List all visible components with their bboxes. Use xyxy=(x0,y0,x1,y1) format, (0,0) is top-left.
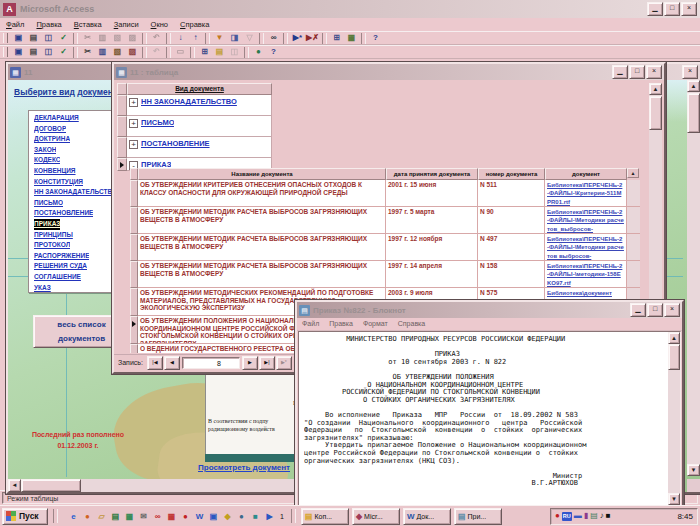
copy-icon[interactable]: ▥ xyxy=(95,46,110,58)
print-preview-icon[interactable]: ◫ xyxy=(41,32,56,44)
cut-icon[interactable]: ✂ xyxy=(80,46,95,58)
document-name-cell[interactable]: ОБ УТВЕРЖДЕНИИ МЕТОДИК РАСЧЕТА ВЫБРОСОВ … xyxy=(138,207,386,234)
table-row[interactable]: + ПОСТАНОВЛЕНИЕ xyxy=(117,137,272,158)
document-date-cell[interactable]: 1997 г. 12 ноября xyxy=(386,234,478,261)
document-link-cell[interactable]: Библиотека\ПЕРЕЧЕНЬ-2-ФАЙЛЫ-\Методики ра… xyxy=(545,207,627,234)
document-type-link[interactable]: ДЕКЛАРАЦИЯ xyxy=(34,113,79,124)
sub-scrollbar[interactable] xyxy=(627,234,640,261)
delete-record-icon[interactable]: ▶✗ xyxy=(305,32,320,44)
save-icon[interactable]: ▣ xyxy=(11,32,26,44)
task-word-doc[interactable]: W Док... xyxy=(403,508,451,525)
next-record-button[interactable]: ▶ xyxy=(242,356,258,370)
database-window-icon[interactable]: ⊞ xyxy=(197,46,212,58)
document-name-cell[interactable]: ОБ УТВЕРЖДЕНИИ МЕТОДИК РАСЧЕТА ВЫБРОСОВ … xyxy=(138,261,386,288)
notepad-document-text[interactable]: МИНИСТЕРСТВО ПРИРОДНЫХ РЕСУРСОВ РОССИЙСК… xyxy=(304,336,664,505)
row-selector[interactable] xyxy=(130,180,138,207)
ql-word-icon[interactable]: W xyxy=(193,510,206,523)
notepad-minimize-button[interactable]: ▁ xyxy=(630,303,646,317)
row-selector[interactable] xyxy=(130,344,138,353)
first-record-button[interactable]: |◀ xyxy=(147,356,163,370)
record-number-input[interactable]: 8 xyxy=(182,357,240,369)
row-selector[interactable] xyxy=(130,288,138,316)
row-selector[interactable] xyxy=(117,158,127,171)
document-link-cell[interactable]: Библиотека\ПЕРЕЧЕНЬ-2-ФАЙЛЫ-\Методики ра… xyxy=(545,234,627,261)
row-selector[interactable] xyxy=(117,95,127,116)
format-painter-icon[interactable]: ▨ xyxy=(125,46,140,58)
document-type-link[interactable]: СОГЛАШЕНИЕ xyxy=(34,272,81,283)
toolbar-button[interactable] xyxy=(322,33,327,44)
last-record-button[interactable]: ▶| xyxy=(259,356,275,370)
view-document-link[interactable]: Просмотреть документ xyxy=(198,463,290,472)
column-header-date[interactable]: дата принятия документа xyxy=(386,168,478,180)
ql-red-ball-icon[interactable]: ● xyxy=(179,510,192,523)
print-preview-icon[interactable]: ◫ xyxy=(41,46,56,58)
scroll-thumb[interactable] xyxy=(668,344,680,370)
document-type-link[interactable]: ПРИКАЗ xyxy=(34,219,60,230)
sort-descending-icon[interactable]: ↑ xyxy=(188,32,203,44)
sub-scroll-up-icon[interactable]: ▲ xyxy=(627,168,639,178)
datasheet-corner[interactable] xyxy=(117,83,127,95)
ql-folders-icon[interactable]: ▱ xyxy=(95,510,108,523)
paste-icon[interactable]: ▧ xyxy=(110,46,125,58)
toolbar-button[interactable] xyxy=(142,33,147,44)
ql-notes-icon[interactable]: ◆ xyxy=(221,510,234,523)
filter-by-form-icon[interactable]: ◨ xyxy=(227,32,242,44)
ql-disk-icon[interactable]: ▣ xyxy=(207,510,220,523)
datasheet-maximize-button[interactable]: □ xyxy=(629,65,645,79)
language-indicator[interactable]: RU xyxy=(562,512,572,521)
ql-grid-icon[interactable]: ▦ xyxy=(165,510,178,523)
notepad-scrollbar[interactable]: ▲ ▼ xyxy=(668,332,680,505)
tray-network-icon[interactable]: ▤ xyxy=(590,511,598,521)
scroll-up-icon[interactable]: ▲ xyxy=(649,83,662,95)
new-record-icon[interactable]: ▶* xyxy=(290,32,305,44)
document-type-link[interactable]: ПИСЬМО xyxy=(34,198,63,209)
document-type-link[interactable]: РАСПОРЯЖЕНИЕ xyxy=(34,251,89,262)
layout-icon[interactable]: ◫ xyxy=(227,46,242,58)
properties-icon[interactable]: ▭ xyxy=(173,46,188,58)
toolbar-grip[interactable] xyxy=(3,33,8,43)
ql-media-icon[interactable]: ∞ xyxy=(151,510,164,523)
totals-icon[interactable]: ▤ xyxy=(212,46,227,58)
tray-purple-icon[interactable]: ▮ xyxy=(584,511,588,521)
filter-by-selection-icon[interactable]: ▼ xyxy=(212,32,227,44)
sort-ascending-icon[interactable]: ↓ xyxy=(173,32,188,44)
expand-toggle[interactable]: + xyxy=(129,98,138,107)
ql-sheet-icon[interactable]: ▦ xyxy=(123,510,136,523)
toolbar-grip[interactable] xyxy=(3,47,8,57)
column-header-document[interactable]: документ xyxy=(545,168,627,180)
menu-item[interactable]: Файл xyxy=(0,18,30,31)
document-type-link[interactable]: РЕШЕНИЯ СУДА xyxy=(34,261,87,272)
datasheet-close-button[interactable]: × xyxy=(646,65,662,79)
document-type-link[interactable]: ПРИНЦИПЫ xyxy=(34,230,73,241)
tray-taskman-icon[interactable]: ▬ xyxy=(574,511,582,521)
undo-icon[interactable]: ↶ xyxy=(149,46,164,58)
prev-record-button[interactable]: ◀ xyxy=(164,356,180,370)
toolbar-button[interactable] xyxy=(190,47,195,58)
restore-button[interactable]: □ xyxy=(664,2,680,16)
datasheet-titlebar[interactable]: ▦ 11 : таблица ▁ □ × xyxy=(114,64,664,80)
undo-icon[interactable]: ↶ xyxy=(149,32,164,44)
expand-toggle[interactable]: + xyxy=(129,119,138,128)
notepad-titlebar[interactable]: ▤ Приказ №822 - Блокнот ▁ □ × xyxy=(297,302,682,318)
document-type-link[interactable]: ДОКТРИНА xyxy=(34,134,70,145)
ОБ УТВЕРЖДЕНИИ МЕТОДИК РАСЧЕТА ВЫБРОСОВ ЗАГРЯЗНЯЮЩИХ ВЕЩЕСТВ В АТМОСФЕРУ[interactable]: ОБ УТВЕРЖДЕНИИ МЕТОДИК РАСЧЕТА ВЫБРОСОВ … xyxy=(130,261,640,288)
expand-toggle[interactable]: + xyxy=(129,140,138,149)
toolbar-button[interactable] xyxy=(166,47,171,58)
document-date-cell[interactable]: 1997 г. 5 марта xyxy=(386,207,478,234)
web-icon[interactable]: ● xyxy=(251,46,266,58)
ql-mail-icon[interactable]: ✉ xyxy=(137,510,150,523)
group-label[interactable]: ПИСЬМО xyxy=(141,118,174,127)
toolbar-button[interactable] xyxy=(205,33,210,44)
ql-teal-icon[interactable]: ■ xyxy=(249,510,262,523)
sub-scrollbar[interactable] xyxy=(627,180,640,207)
scroll-down-icon[interactable]: ▼ xyxy=(687,464,700,476)
cut-icon[interactable]: ✂ xyxy=(80,32,95,44)
print-icon[interactable]: ▤ xyxy=(26,32,41,44)
row-selector[interactable] xyxy=(130,207,138,234)
ql-play-icon[interactable]: ▶ xyxy=(263,510,276,523)
document-type-link[interactable]: УКАЗ xyxy=(34,283,51,294)
notepad-menu-item[interactable]: Файл xyxy=(297,318,324,330)
document-type-link[interactable]: КОНВЕНЦИЯ xyxy=(34,166,76,177)
scroll-thumb[interactable] xyxy=(21,479,81,492)
ql-quicktime-icon[interactable]: ● xyxy=(81,510,94,523)
